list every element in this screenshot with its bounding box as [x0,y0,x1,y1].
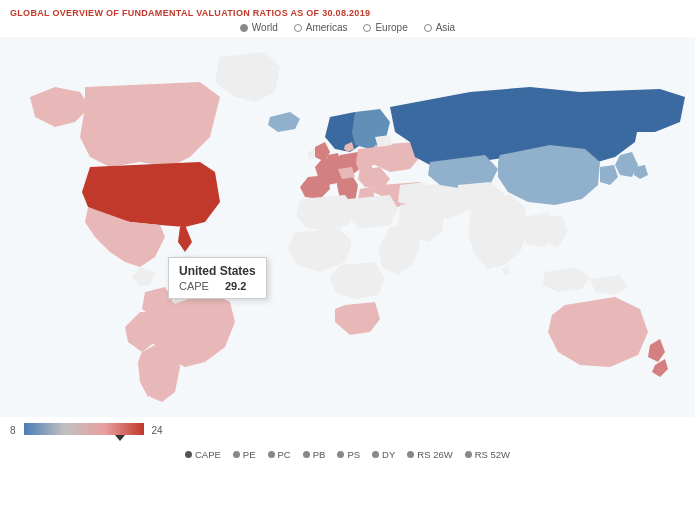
legend-label-world: World [252,22,278,33]
scale-max-label: 24 [152,425,163,436]
legend-dot-europe [363,24,371,32]
bottom-label-dy: DY [382,449,395,460]
legend-europe[interactable]: Europe [363,22,407,33]
legend-pb[interactable]: PB [303,449,326,460]
bottom-label-pb: PB [313,449,326,460]
color-scale: 8 24 [0,417,695,443]
scale-min-label: 8 [10,425,16,436]
legend-world[interactable]: World [240,22,278,33]
bottom-dot-rs52w [465,451,472,458]
top-legend: World Americas Europe Asia [0,22,695,33]
bottom-label-rs52w: RS 52W [475,449,510,460]
legend-rs52w[interactable]: RS 52W [465,449,510,460]
legend-americas[interactable]: Americas [294,22,348,33]
bottom-label-pe: PE [243,449,256,460]
bottom-dot-pe [233,451,240,458]
main-container: GLOBAL OVERVIEW OF FUNDAMENTAL VALUATION… [0,0,695,509]
bottom-label-cape: CAPE [195,449,221,460]
bottom-dot-dy [372,451,379,458]
legend-label-asia: Asia [436,22,455,33]
world-map-svg [0,37,695,417]
scale-indicator [115,435,125,441]
legend-rs26w[interactable]: RS 26W [407,449,452,460]
scale-bar-container [24,423,144,437]
legend-pc[interactable]: PC [268,449,291,460]
legend-label-americas: Americas [306,22,348,33]
bottom-dot-rs26w [407,451,414,458]
legend-asia[interactable]: Asia [424,22,455,33]
legend-label-europe: Europe [375,22,407,33]
bottom-label-ps: PS [347,449,360,460]
scale-bar [24,423,144,435]
bottom-dot-pb [303,451,310,458]
legend-pe[interactable]: PE [233,449,256,460]
legend-cape[interactable]: CAPE [185,449,221,460]
legend-dot-americas [294,24,302,32]
bottom-label-pc: PC [278,449,291,460]
bottom-dot-pc [268,451,275,458]
bottom-legend: CAPE PE PC PB PS DY RS 26W RS 52W [0,443,695,466]
legend-dot-world [240,24,248,32]
chart-title: GLOBAL OVERVIEW OF FUNDAMENTAL VALUATION… [0,0,695,22]
map-area[interactable]: United States CAPE 29.2 [0,37,695,417]
bottom-dot-cape [185,451,192,458]
legend-ps[interactable]: PS [337,449,360,460]
legend-dy[interactable]: DY [372,449,395,460]
legend-dot-asia [424,24,432,32]
bottom-label-rs26w: RS 26W [417,449,452,460]
bottom-dot-ps [337,451,344,458]
